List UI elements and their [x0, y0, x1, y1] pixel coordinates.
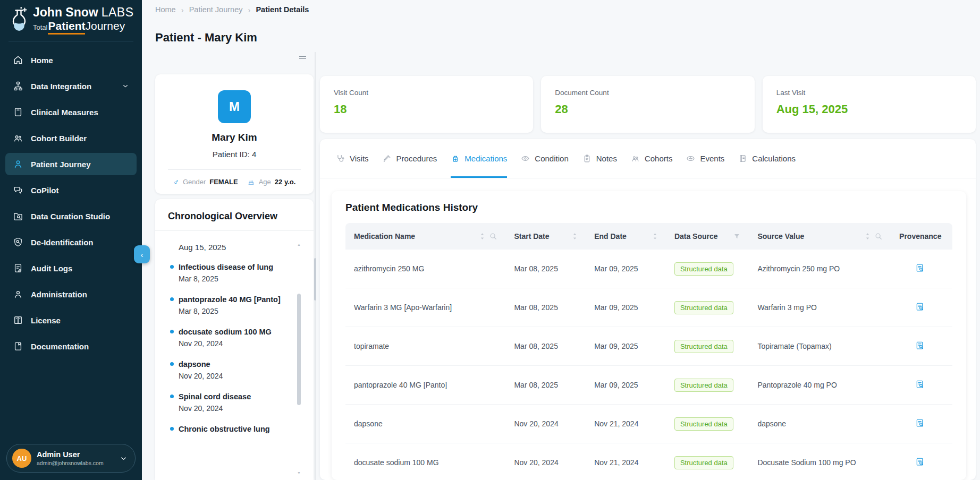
copilot-icon: [13, 185, 23, 195]
timeline-event[interactable]: Spinal cord disease Nov 20, 2024: [170, 392, 290, 413]
data-source-badge: Structured data: [674, 340, 733, 353]
provenance-cell: [891, 457, 952, 468]
provenance-icon[interactable]: [915, 263, 925, 273]
breadcrumb-patient-journey[interactable]: Patient Journey: [189, 5, 243, 14]
sidebar-item[interactable]: Home: [5, 49, 137, 71]
stat-value: 18: [334, 102, 519, 116]
panel-collapse-icon[interactable]: [155, 56, 314, 65]
sidebar-item[interactable]: CoPilot: [5, 179, 137, 201]
column-header[interactable]: End Date: [586, 232, 666, 241]
stats-row: Visit Count 18 Document Count 28 Last Vi…: [320, 76, 976, 133]
timeline-scrollbar-thumb[interactable]: [297, 294, 301, 405]
column-header[interactable]: Medication Name: [345, 232, 505, 241]
chevron-left-icon: ‹: [141, 250, 143, 259]
tab[interactable]: Calculations: [738, 139, 796, 178]
tab[interactable]: Procedures: [383, 139, 437, 178]
brand-name: John SnowLABS: [33, 5, 134, 19]
scroll-down-icon[interactable]: ▼: [297, 471, 301, 475]
start-date-cell: Nov 20, 2024: [505, 458, 586, 467]
tabs-row: Visits Procedures Medications Condition: [320, 139, 976, 178]
resizer-handle-icon[interactable]: [314, 258, 316, 301]
tab[interactable]: Condition: [521, 139, 568, 178]
timeline-group-date: Aug 15, 2025: [170, 243, 290, 252]
sort-icon[interactable]: [572, 233, 577, 240]
user-menu[interactable]: AU Admin User admin@johnsnowlabs.com: [6, 444, 136, 473]
timeline-event[interactable]: docusate sodium 100 MG Nov 20, 2024: [170, 327, 290, 348]
tab[interactable]: Cohorts: [631, 139, 673, 178]
stat-value: Aug 15, 2025: [776, 102, 962, 116]
table-row[interactable]: pantoprazole 40 MG [Panto] Mar 08, 2025 …: [345, 366, 952, 405]
column-header[interactable]: Provenance: [891, 232, 952, 241]
source-value-cell: Docusate Sodium 100 mg PO: [749, 458, 891, 467]
sidebar-item[interactable]: Patient Journey: [5, 153, 137, 175]
tab[interactable]: Medications: [451, 139, 507, 178]
scroll-up-icon[interactable]: ▲: [297, 243, 301, 246]
table-row[interactable]: dapsone Nov 20, 2024 Nov 21, 2024 Struct…: [345, 405, 952, 443]
medication-name-cell: dapsone: [345, 419, 505, 428]
app-logo[interactable]: John SnowLABS TotalPatientJourney: [0, 0, 142, 39]
tab[interactable]: Visits: [336, 139, 369, 178]
sort-icon[interactable]: [653, 233, 657, 240]
documentation-icon: [13, 341, 23, 352]
breadcrumb-home[interactable]: Home: [155, 5, 176, 14]
sidebar-item[interactable]: Data Curation Studio: [5, 205, 137, 227]
timeline-list: Aug 15, 2025 Infectious disease of lung …: [155, 231, 314, 434]
table-row[interactable]: topiramate Mar 08, 2025 Mar 09, 2025 Str…: [345, 327, 952, 366]
sidebar-item[interactable]: Data Integration: [5, 75, 137, 97]
column-header[interactable]: Source Value: [749, 232, 891, 241]
timeline-event[interactable]: Infectious disease of lung Mar 8, 2025: [170, 262, 290, 283]
search-icon[interactable]: [489, 233, 497, 240]
administration-icon: [13, 289, 23, 299]
table-row[interactable]: docusate sodium 100 MG Nov 20, 2024 Nov …: [345, 443, 952, 480]
table-row[interactable]: azithromycin 250 MG Mar 08, 2025 Mar 09,…: [345, 250, 952, 288]
timeline-dot-icon: [170, 395, 174, 398]
provenance-icon[interactable]: [915, 418, 925, 428]
sidebar: John SnowLABS TotalPatientJourney Home D…: [0, 0, 142, 480]
end-date-cell: Mar 09, 2025: [586, 264, 666, 273]
sidebar-item[interactable]: Administration: [5, 283, 137, 305]
tab[interactable]: Events: [686, 139, 724, 178]
provenance-icon[interactable]: [915, 302, 925, 312]
breadcrumb-separator-icon: ›: [248, 5, 250, 14]
sidebar-item[interactable]: Audit Logs: [5, 257, 137, 279]
provenance-cell: [891, 263, 952, 275]
sidebar-item[interactable]: License: [5, 309, 137, 331]
tab[interactable]: Notes: [582, 139, 617, 178]
timeline-event[interactable]: pantoprazole 40 MG [Panto] Mar 8, 2025: [170, 295, 290, 315]
timeline-event[interactable]: Chronic obstructive lung: [170, 424, 290, 434]
provenance-icon[interactable]: [915, 380, 925, 389]
search-icon[interactable]: [875, 233, 882, 240]
sidebar-item[interactable]: De-Identification: [5, 231, 137, 253]
sidebar-item[interactable]: Documentation: [5, 335, 137, 357]
timeline-dot-icon: [170, 265, 174, 269]
provenance-icon[interactable]: [915, 457, 925, 467]
start-date-cell: Mar 08, 2025: [505, 342, 586, 350]
sidebar-item[interactable]: Clinical Measures: [5, 101, 137, 123]
data-source-cell: Structured data: [666, 262, 749, 276]
sort-icon[interactable]: [480, 233, 485, 240]
stat-label: Last Visit: [776, 89, 962, 97]
stat-card: Last Visit Aug 15, 2025: [763, 76, 976, 133]
procedures-icon: [383, 154, 392, 163]
source-value-cell: Warfarin 3 mg PO: [749, 303, 891, 312]
sort-icon[interactable]: [865, 233, 870, 240]
column-header[interactable]: Start Date: [505, 232, 586, 241]
breadcrumb-separator-icon: ›: [181, 5, 184, 14]
breadcrumb-current: Patient Details: [256, 5, 309, 14]
column-header[interactable]: Data Source: [666, 232, 749, 241]
sidebar-item[interactable]: Cohort Builder: [5, 127, 137, 149]
timeline-scroll-rail: ▲ ▼: [297, 243, 302, 446]
provenance-icon[interactable]: [915, 341, 925, 350]
start-date-cell: Mar 08, 2025: [505, 264, 586, 273]
condition-icon: [521, 154, 530, 163]
filter-icon[interactable]: [733, 233, 740, 240]
table-row[interactable]: Warfarin 3 MG [Apo-Warfarin] Mar 08, 202…: [345, 288, 952, 327]
timeline-dot-icon: [170, 330, 174, 333]
stat-label: Document Count: [555, 89, 740, 97]
notes-icon: [582, 154, 592, 163]
timeline-event[interactable]: dapsone Nov 20, 2024: [170, 359, 290, 380]
gender-label: Gender: [183, 178, 206, 186]
panel-resizer[interactable]: [315, 52, 316, 480]
sidebar-collapse-button[interactable]: ‹: [134, 245, 150, 263]
calculations-icon: [738, 154, 747, 163]
